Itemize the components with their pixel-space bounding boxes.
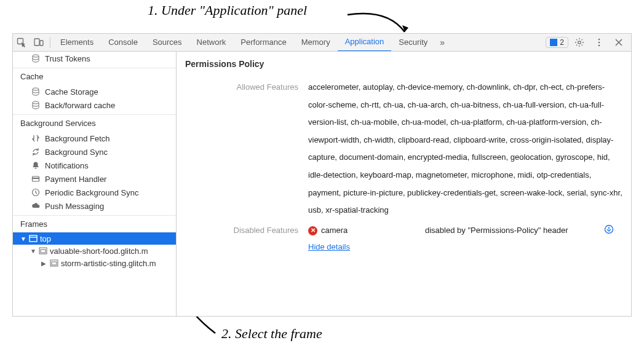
sidebar-item-label: Payment Handler [45,175,106,184]
svg-rect-18 [52,262,57,265]
svg-point-4 [598,39,600,41]
svg-point-6 [598,45,600,47]
hide-details-link[interactable]: Hide details [308,242,350,251]
sidebar-item-cache-storage[interactable]: Cache Storage [13,85,176,98]
cloud-icon [31,202,40,210]
svg-point-3 [578,41,581,44]
frame-detail-panel: Permissions Policy Allowed Features acce… [177,52,631,316]
issue-count: 2 [560,38,564,47]
frame-label: top [40,234,51,243]
iframe-icon [50,259,58,267]
sidebar-item-label: Push Messaging [45,202,104,211]
sidebar-header-bg-services: Background Services [13,114,176,132]
disabled-feature-name: camera [321,224,348,237]
frame-label: valuable-short-food.glitch.m [50,247,148,256]
sidebar-item-label: Back/forward cache [45,101,115,110]
svg-rect-11 [33,178,39,179]
sidebar-item-label: Cache Storage [45,87,98,97]
svg-rect-2 [40,41,43,45]
frame-tree-top[interactable]: ▼ top [13,232,176,245]
sidebar-item-label: Background Sync [45,148,108,157]
allowed-features-label: Allowed Features [185,79,308,219]
reload-icon[interactable] [604,224,622,239]
frame-tree-child[interactable]: ▼ valuable-short-food.glitch.m [13,245,176,257]
section-title-permissions-policy: Permissions Policy [185,57,622,74]
card-icon [31,175,40,183]
inspect-element-icon[interactable] [13,34,30,51]
issue-icon [550,39,557,46]
tab-sources[interactable]: Sources [145,33,189,52]
disclosure-triangle-icon: ▼ [20,235,26,242]
svg-point-5 [598,42,600,44]
sidebar-item-bg-sync[interactable]: Background Sync [13,145,176,159]
database-icon [31,101,40,109]
fetch-icon [31,134,40,143]
sidebar-item-label: Background Fetch [45,134,110,143]
tab-performance[interactable]: Performance [233,33,293,52]
device-toolbar-icon[interactable] [30,34,47,51]
sidebar-item-label: Trust Tokens [45,54,90,63]
disabled-feature-reason: disabled by "Permissions-Policy" header [425,224,598,237]
sidebar-item-payment-handler[interactable]: Payment Handler [13,172,176,186]
sidebar-header-frames: Frames [13,215,176,232]
database-icon [31,54,40,63]
sidebar-item-bf-cache[interactable]: Back/forward cache [13,98,176,112]
sidebar-item-periodic-sync[interactable]: Periodic Background Sync [13,186,176,199]
tab-elements[interactable]: Elements [53,33,101,52]
sidebar-item-notifications[interactable]: Notifications [13,159,176,172]
disclosure-triangle-icon: ▼ [30,248,36,254]
disabled-feature-row: ✕ camera [308,224,419,237]
tab-security[interactable]: Security [391,33,435,52]
sidebar-item-trust-tokens[interactable]: Trust Tokens [13,52,176,65]
issues-badge[interactable]: 2 [546,37,568,48]
disabled-features-label: Disabled Features [185,224,308,254]
devtools-toolbar: Elements Console Sources Network Perform… [13,33,631,52]
bell-icon [31,161,40,170]
annotation-text-2: 2. Select the frame [221,326,322,342]
close-icon[interactable] [610,34,627,51]
error-circle-icon: ✕ [308,226,317,235]
sidebar-item-bg-fetch[interactable]: Background Fetch [13,132,176,145]
application-sidebar: Trust Tokens Cache Cache Storage Back/fo… [13,52,177,316]
frame-label: storm-artistic-sting.glitch.m [61,259,156,268]
window-icon [29,235,38,242]
sidebar-item-label: Periodic Background Sync [45,188,138,197]
database-icon [31,87,40,96]
tab-memory[interactable]: Memory [294,33,338,52]
settings-gear-icon[interactable] [571,34,588,51]
allowed-features-value: accelerometer, autoplay, ch-device-memor… [308,79,622,219]
tab-console[interactable]: Console [101,33,145,52]
more-tabs-chevron[interactable]: » [435,37,450,47]
clock-icon [31,188,40,197]
kebab-menu-icon[interactable] [590,34,608,51]
svg-rect-16 [41,250,46,253]
toolbar-separator [50,37,50,48]
sidebar-item-push-messaging[interactable]: Push Messaging [13,199,176,213]
tab-application[interactable]: Application [338,33,392,52]
svg-point-9 [33,101,39,104]
sidebar-header-cache: Cache [13,68,176,85]
svg-rect-1 [34,39,39,45]
iframe-icon [39,247,47,254]
svg-point-8 [33,88,39,90]
sync-icon [31,148,40,156]
svg-point-7 [33,55,39,57]
devtools-window: Elements Console Sources Network Perform… [12,33,632,317]
frame-tree-grandchild[interactable]: ▶ storm-artistic-sting.glitch.m [13,257,176,269]
disclosure-triangle-icon: ▶ [41,260,47,267]
sidebar-item-label: Notifications [45,161,89,170]
annotation-text-1: 1. Under "Application" panel [148,2,307,18]
svg-rect-13 [30,235,37,242]
tab-network[interactable]: Network [189,33,234,52]
